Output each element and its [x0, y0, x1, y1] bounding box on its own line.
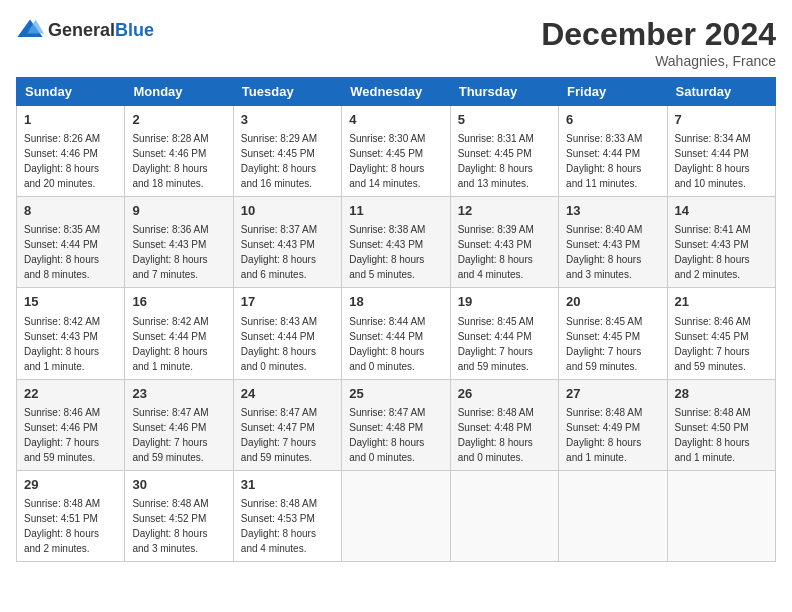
- day-number: 3: [241, 111, 334, 129]
- day-detail: Sunrise: 8:30 AMSunset: 4:45 PMDaylight:…: [349, 133, 425, 189]
- table-cell: 29 Sunrise: 8:48 AMSunset: 4:51 PMDaylig…: [17, 470, 125, 561]
- day-detail: Sunrise: 8:41 AMSunset: 4:43 PMDaylight:…: [675, 224, 751, 280]
- logo-icon: [16, 16, 44, 44]
- table-cell: 20 Sunrise: 8:45 AMSunset: 4:45 PMDaylig…: [559, 288, 667, 379]
- table-cell: 23 Sunrise: 8:47 AMSunset: 4:46 PMDaylig…: [125, 379, 233, 470]
- table-cell: 6 Sunrise: 8:33 AMSunset: 4:44 PMDayligh…: [559, 106, 667, 197]
- day-number: 29: [24, 476, 117, 494]
- day-number: 4: [349, 111, 442, 129]
- table-cell: 14 Sunrise: 8:41 AMSunset: 4:43 PMDaylig…: [667, 197, 775, 288]
- day-detail: Sunrise: 8:35 AMSunset: 4:44 PMDaylight:…: [24, 224, 100, 280]
- day-detail: Sunrise: 8:26 AMSunset: 4:46 PMDaylight:…: [24, 133, 100, 189]
- table-cell: 25 Sunrise: 8:47 AMSunset: 4:48 PMDaylig…: [342, 379, 450, 470]
- table-cell: 24 Sunrise: 8:47 AMSunset: 4:47 PMDaylig…: [233, 379, 341, 470]
- table-cell: 21 Sunrise: 8:46 AMSunset: 4:45 PMDaylig…: [667, 288, 775, 379]
- day-number: 23: [132, 385, 225, 403]
- day-number: 6: [566, 111, 659, 129]
- table-cell: 22 Sunrise: 8:46 AMSunset: 4:46 PMDaylig…: [17, 379, 125, 470]
- day-number: 1: [24, 111, 117, 129]
- calendar-table: Sunday Monday Tuesday Wednesday Thursday…: [16, 77, 776, 562]
- day-number: 16: [132, 293, 225, 311]
- day-detail: Sunrise: 8:47 AMSunset: 4:48 PMDaylight:…: [349, 407, 425, 463]
- table-cell: 30 Sunrise: 8:48 AMSunset: 4:52 PMDaylig…: [125, 470, 233, 561]
- day-detail: Sunrise: 8:33 AMSunset: 4:44 PMDaylight:…: [566, 133, 642, 189]
- title-section: December 2024 Wahagnies, France: [541, 16, 776, 69]
- table-cell: 5 Sunrise: 8:31 AMSunset: 4:45 PMDayligh…: [450, 106, 558, 197]
- table-cell: [450, 470, 558, 561]
- table-cell: [559, 470, 667, 561]
- day-number: 7: [675, 111, 768, 129]
- table-cell: 28 Sunrise: 8:48 AMSunset: 4:50 PMDaylig…: [667, 379, 775, 470]
- day-detail: Sunrise: 8:47 AMSunset: 4:46 PMDaylight:…: [132, 407, 208, 463]
- day-detail: Sunrise: 8:28 AMSunset: 4:46 PMDaylight:…: [132, 133, 208, 189]
- logo: GeneralBlue: [16, 16, 154, 44]
- day-number: 28: [675, 385, 768, 403]
- calendar-week-row: 8 Sunrise: 8:35 AMSunset: 4:44 PMDayligh…: [17, 197, 776, 288]
- day-detail: Sunrise: 8:42 AMSunset: 4:44 PMDaylight:…: [132, 316, 208, 372]
- table-cell: 1 Sunrise: 8:26 AMSunset: 4:46 PMDayligh…: [17, 106, 125, 197]
- day-detail: Sunrise: 8:48 AMSunset: 4:50 PMDaylight:…: [675, 407, 751, 463]
- day-detail: Sunrise: 8:42 AMSunset: 4:43 PMDaylight:…: [24, 316, 100, 372]
- day-detail: Sunrise: 8:46 AMSunset: 4:45 PMDaylight:…: [675, 316, 751, 372]
- header-monday: Monday: [125, 78, 233, 106]
- day-detail: Sunrise: 8:39 AMSunset: 4:43 PMDaylight:…: [458, 224, 534, 280]
- day-number: 5: [458, 111, 551, 129]
- day-detail: Sunrise: 8:31 AMSunset: 4:45 PMDaylight:…: [458, 133, 534, 189]
- day-detail: Sunrise: 8:46 AMSunset: 4:46 PMDaylight:…: [24, 407, 100, 463]
- day-detail: Sunrise: 8:47 AMSunset: 4:47 PMDaylight:…: [241, 407, 317, 463]
- logo-blue-text: Blue: [115, 20, 154, 40]
- header-sunday: Sunday: [17, 78, 125, 106]
- day-number: 11: [349, 202, 442, 220]
- header-tuesday: Tuesday: [233, 78, 341, 106]
- day-number: 15: [24, 293, 117, 311]
- calendar-week-row: 1 Sunrise: 8:26 AMSunset: 4:46 PMDayligh…: [17, 106, 776, 197]
- table-cell: 16 Sunrise: 8:42 AMSunset: 4:44 PMDaylig…: [125, 288, 233, 379]
- table-cell: [667, 470, 775, 561]
- day-number: 10: [241, 202, 334, 220]
- day-number: 13: [566, 202, 659, 220]
- calendar-week-row: 29 Sunrise: 8:48 AMSunset: 4:51 PMDaylig…: [17, 470, 776, 561]
- table-cell: 15 Sunrise: 8:42 AMSunset: 4:43 PMDaylig…: [17, 288, 125, 379]
- day-number: 18: [349, 293, 442, 311]
- table-cell: 4 Sunrise: 8:30 AMSunset: 4:45 PMDayligh…: [342, 106, 450, 197]
- day-number: 30: [132, 476, 225, 494]
- day-number: 2: [132, 111, 225, 129]
- day-detail: Sunrise: 8:37 AMSunset: 4:43 PMDaylight:…: [241, 224, 317, 280]
- day-number: 8: [24, 202, 117, 220]
- table-cell: [342, 470, 450, 561]
- table-cell: 19 Sunrise: 8:45 AMSunset: 4:44 PMDaylig…: [450, 288, 558, 379]
- header-wednesday: Wednesday: [342, 78, 450, 106]
- day-detail: Sunrise: 8:38 AMSunset: 4:43 PMDaylight:…: [349, 224, 425, 280]
- day-detail: Sunrise: 8:44 AMSunset: 4:44 PMDaylight:…: [349, 316, 425, 372]
- page-header: GeneralBlue December 2024 Wahagnies, Fra…: [16, 16, 776, 69]
- calendar-subtitle: Wahagnies, France: [541, 53, 776, 69]
- table-cell: 11 Sunrise: 8:38 AMSunset: 4:43 PMDaylig…: [342, 197, 450, 288]
- day-number: 21: [675, 293, 768, 311]
- day-number: 17: [241, 293, 334, 311]
- days-header-row: Sunday Monday Tuesday Wednesday Thursday…: [17, 78, 776, 106]
- table-cell: 2 Sunrise: 8:28 AMSunset: 4:46 PMDayligh…: [125, 106, 233, 197]
- day-detail: Sunrise: 8:36 AMSunset: 4:43 PMDaylight:…: [132, 224, 208, 280]
- day-number: 12: [458, 202, 551, 220]
- day-detail: Sunrise: 8:48 AMSunset: 4:51 PMDaylight:…: [24, 498, 100, 554]
- day-number: 22: [24, 385, 117, 403]
- day-number: 20: [566, 293, 659, 311]
- day-number: 25: [349, 385, 442, 403]
- calendar-title: December 2024: [541, 16, 776, 53]
- day-detail: Sunrise: 8:48 AMSunset: 4:49 PMDaylight:…: [566, 407, 642, 463]
- header-friday: Friday: [559, 78, 667, 106]
- day-number: 26: [458, 385, 551, 403]
- table-cell: 18 Sunrise: 8:44 AMSunset: 4:44 PMDaylig…: [342, 288, 450, 379]
- table-cell: 17 Sunrise: 8:43 AMSunset: 4:44 PMDaylig…: [233, 288, 341, 379]
- table-cell: 10 Sunrise: 8:37 AMSunset: 4:43 PMDaylig…: [233, 197, 341, 288]
- day-detail: Sunrise: 8:48 AMSunset: 4:53 PMDaylight:…: [241, 498, 317, 554]
- day-number: 31: [241, 476, 334, 494]
- day-detail: Sunrise: 8:43 AMSunset: 4:44 PMDaylight:…: [241, 316, 317, 372]
- table-cell: 7 Sunrise: 8:34 AMSunset: 4:44 PMDayligh…: [667, 106, 775, 197]
- day-number: 14: [675, 202, 768, 220]
- table-cell: 27 Sunrise: 8:48 AMSunset: 4:49 PMDaylig…: [559, 379, 667, 470]
- day-detail: Sunrise: 8:45 AMSunset: 4:44 PMDaylight:…: [458, 316, 534, 372]
- header-thursday: Thursday: [450, 78, 558, 106]
- table-cell: 26 Sunrise: 8:48 AMSunset: 4:48 PMDaylig…: [450, 379, 558, 470]
- day-number: 19: [458, 293, 551, 311]
